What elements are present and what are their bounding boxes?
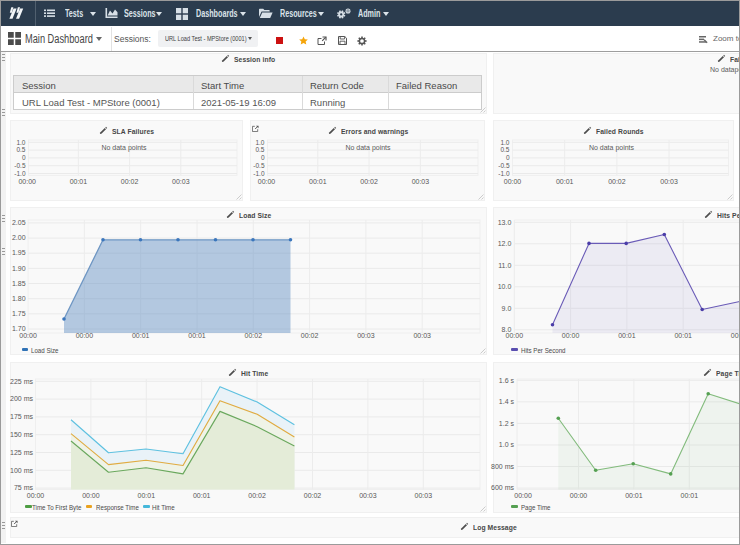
svg-text:1.0: 1.0 [255, 139, 264, 146]
svg-text:00:01: 00:01 [188, 332, 206, 339]
svg-text:00:00: 00:00 [514, 492, 532, 499]
svg-text:00:01: 00:01 [138, 492, 156, 499]
svg-text:2.00: 2.00 [12, 234, 26, 241]
svg-text:00:01: 00:01 [625, 492, 643, 499]
svg-text:800 ms: 800 ms [491, 463, 514, 470]
svg-text:00:00: 00:00 [506, 332, 524, 339]
svg-text:00:02: 00:02 [248, 492, 266, 499]
svg-text:0.5: 0.5 [500, 146, 509, 153]
svg-text:00:00: 00:00 [562, 332, 580, 339]
svg-text:00:03: 00:03 [359, 492, 377, 499]
svg-text:00:02: 00:02 [304, 492, 322, 499]
svg-text:00:01: 00:01 [618, 332, 636, 339]
svg-text:00:00: 00:00 [19, 332, 37, 339]
svg-text:1.6 s: 1.6 s [499, 377, 515, 384]
svg-text:00:01: 00:01 [556, 178, 574, 185]
svg-text:100 ms: 100 ms [10, 467, 33, 474]
svg-text:200 ms: 200 ms [10, 395, 33, 402]
svg-text:1.4 s: 1.4 s [499, 398, 515, 405]
svg-text:0: 0 [261, 154, 265, 161]
svg-text:600 ms: 600 ms [491, 484, 514, 491]
svg-text:00:03: 00:03 [172, 178, 190, 185]
svg-text:0.5: 0.5 [255, 146, 264, 153]
svg-text:00:03: 00:03 [357, 332, 375, 339]
svg-text:10.0: 10.0 [498, 283, 512, 290]
svg-text:0: 0 [506, 154, 510, 161]
svg-text:00:02: 00:02 [301, 332, 319, 339]
svg-text:1.2 s: 1.2 s [499, 420, 515, 427]
svg-text:No data points: No data points [101, 144, 147, 152]
svg-text:2.05: 2.05 [12, 219, 26, 226]
svg-text:-0.5: -0.5 [14, 162, 26, 169]
svg-text:1.90: 1.90 [12, 265, 26, 272]
svg-text:00:02: 00:02 [731, 332, 740, 339]
svg-text:00:01: 00:01 [681, 492, 699, 499]
svg-text:75 ms: 75 ms [14, 484, 34, 491]
svg-text:00:02: 00:02 [608, 178, 626, 185]
svg-text:-0.5: -0.5 [253, 162, 265, 169]
svg-text:0.5: 0.5 [16, 146, 25, 153]
svg-text:00:00: 00:00 [82, 492, 100, 499]
svg-text:1.0 s: 1.0 s [499, 441, 515, 448]
svg-text:1.0: 1.0 [16, 139, 25, 146]
svg-text:No data points: No data points [345, 144, 391, 152]
svg-text:-1.0: -1.0 [14, 170, 26, 177]
svg-text:00:00: 00:00 [76, 332, 94, 339]
svg-text:00:02: 00:02 [245, 332, 263, 339]
svg-text:-1.0: -1.0 [253, 170, 265, 177]
svg-text:125 ms: 125 ms [10, 449, 33, 456]
svg-text:00:00: 00:00 [27, 492, 45, 499]
svg-text:00:03: 00:03 [415, 492, 433, 499]
svg-text:1.75: 1.75 [12, 310, 26, 317]
svg-text:175 ms: 175 ms [10, 413, 33, 420]
svg-text:00:01: 00:01 [193, 492, 211, 499]
svg-text:150 ms: 150 ms [10, 431, 33, 438]
svg-text:12.0: 12.0 [498, 240, 512, 247]
svg-text:00:01: 00:01 [674, 332, 692, 339]
svg-text:00:03: 00:03 [660, 178, 678, 185]
svg-text:00:02: 00:02 [121, 178, 139, 185]
svg-text:00:01: 00:01 [70, 178, 88, 185]
svg-text:1.70: 1.70 [12, 325, 26, 332]
svg-text:00:00: 00:00 [258, 178, 276, 185]
svg-text:1.0: 1.0 [500, 139, 509, 146]
svg-text:00:03: 00:03 [413, 332, 431, 339]
svg-text:-0.5: -0.5 [498, 162, 510, 169]
svg-text:00:00: 00:00 [18, 178, 36, 185]
svg-text:0: 0 [22, 154, 26, 161]
svg-text:00:01: 00:01 [309, 178, 327, 185]
svg-text:00:00: 00:00 [570, 492, 588, 499]
svg-text:00:03: 00:03 [412, 178, 430, 185]
svg-text:00:02: 00:02 [360, 178, 378, 185]
svg-text:1.95: 1.95 [12, 249, 26, 256]
svg-text:-1.0: -1.0 [498, 170, 510, 177]
svg-text:11.0: 11.0 [498, 262, 511, 269]
svg-text:00:00: 00:00 [504, 178, 522, 185]
svg-text:13.0: 13.0 [498, 219, 512, 226]
svg-text:225 ms: 225 ms [10, 378, 33, 385]
svg-text:1.85: 1.85 [12, 280, 26, 287]
svg-text:00:01: 00:01 [132, 332, 150, 339]
svg-text:No data points: No data points [589, 144, 635, 152]
svg-text:9.0: 9.0 [502, 305, 512, 312]
svg-text:1.80: 1.80 [12, 295, 26, 302]
